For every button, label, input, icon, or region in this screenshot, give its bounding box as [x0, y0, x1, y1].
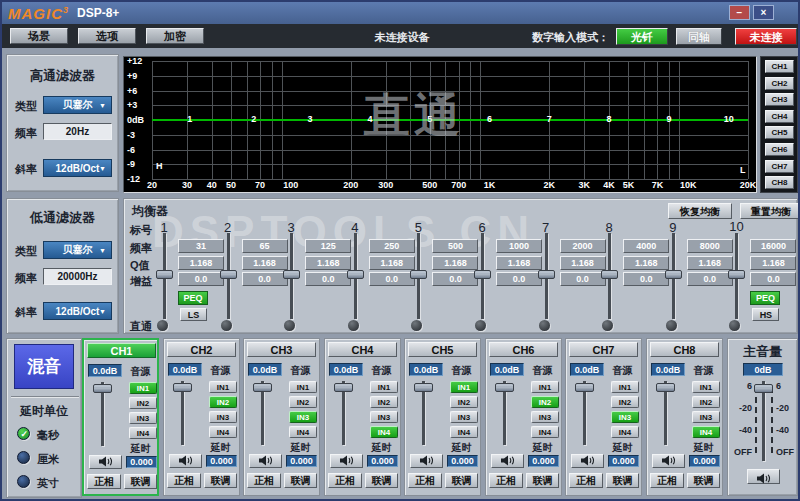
channel-fader-handle[interactable]: [93, 384, 112, 393]
tab-ch8[interactable]: CH8: [765, 176, 794, 189]
link-button[interactable]: 联调: [606, 473, 639, 488]
eq-band-bypass-dot[interactable]: [475, 320, 486, 331]
eq-point[interactable]: 10: [723, 114, 735, 124]
channel-fader-handle[interactable]: [575, 383, 594, 392]
tab-ch3[interactable]: CH3: [765, 93, 794, 106]
eq-band-freq-value[interactable]: 16000: [750, 239, 796, 253]
channel-header-ch6[interactable]: CH6: [489, 342, 558, 357]
eq-band-bypass-dot[interactable]: [221, 320, 232, 331]
input-select-in1[interactable]: IN1: [370, 381, 398, 393]
eq-band-q-value[interactable]: 1.168: [178, 256, 224, 270]
master-fader-handle[interactable]: [754, 384, 773, 393]
channel-mute-button[interactable]: [410, 454, 443, 468]
eq-band-slider-handle[interactable]: [283, 270, 300, 279]
eq-band-freq-value[interactable]: 125: [305, 239, 351, 253]
eq-band-q-value[interactable]: 1.168: [242, 256, 288, 270]
input-select-in2[interactable]: IN2: [370, 396, 398, 408]
eq-band-bypass-dot[interactable]: [602, 320, 613, 331]
eq-band-slider-handle[interactable]: [410, 270, 427, 279]
input-select-in1[interactable]: IN1: [692, 381, 720, 393]
eq-band-gain-value[interactable]: 0.0: [750, 272, 796, 286]
phase-button[interactable]: 正相: [247, 473, 281, 488]
tab-ch1[interactable]: CH1: [765, 60, 794, 73]
eq-point[interactable]: 6: [484, 114, 496, 124]
eq-band-gain-value[interactable]: 0.0: [496, 272, 542, 286]
channel-gain-value[interactable]: 0.0dB: [168, 363, 202, 376]
eq-point[interactable]: 7: [543, 114, 555, 124]
input-select-in2[interactable]: IN2: [450, 396, 478, 408]
eq-band-gain-value[interactable]: 0.0: [432, 272, 478, 286]
input-select-in3[interactable]: IN3: [692, 411, 720, 423]
input-select-in4[interactable]: IN4: [531, 426, 559, 438]
eq-band-q-value[interactable]: 1.168: [687, 256, 733, 270]
channel-header-ch5[interactable]: CH5: [408, 342, 477, 357]
input-select-in4[interactable]: IN4: [289, 426, 317, 438]
channel-gain-value[interactable]: 0.0dB: [88, 364, 122, 377]
eq-band-slider-handle[interactable]: [474, 270, 491, 279]
link-button[interactable]: 联调: [445, 473, 478, 488]
eq-point[interactable]: 9: [663, 114, 675, 124]
input-select-in4[interactable]: IN4: [209, 426, 237, 438]
eq-band-bypass-dot[interactable]: [729, 320, 740, 331]
eq-band-freq-value[interactable]: 4000: [623, 239, 669, 253]
eq-restore-button[interactable]: 恢复均衡: [668, 203, 732, 219]
link-button[interactable]: 联调: [284, 473, 317, 488]
channel-fader-handle[interactable]: [495, 383, 514, 392]
menu-options[interactable]: 选项: [78, 28, 136, 44]
phase-button[interactable]: 正相: [328, 473, 362, 488]
unit-radio-inch[interactable]: [17, 475, 30, 488]
channel-mute-button[interactable]: [169, 454, 202, 468]
input-select-in3[interactable]: IN3: [209, 411, 237, 423]
lpf-type-dropdown[interactable]: 贝塞尔▼: [43, 241, 112, 259]
eq-band-bypass-dot[interactable]: [157, 320, 168, 331]
eq-band1-peq-button[interactable]: PEQ: [178, 291, 208, 305]
eq-band-q-value[interactable]: 1.168: [305, 256, 351, 270]
input-select-in4[interactable]: IN4: [129, 427, 157, 439]
eq-band-q-value[interactable]: 1.168: [496, 256, 542, 270]
tab-ch7[interactable]: CH7: [765, 160, 794, 173]
hpf-freq-input[interactable]: 20Hz: [43, 123, 112, 140]
eq-band-gain-value[interactable]: 0.0: [178, 272, 224, 286]
hpf-type-dropdown[interactable]: 贝塞尔▼: [43, 96, 112, 114]
master-fader-track[interactable]: [762, 381, 765, 461]
eq-band-bypass-dot[interactable]: [411, 320, 422, 331]
delay-value[interactable]: 0.000: [689, 455, 720, 467]
hpf-marker[interactable]: H: [156, 161, 163, 171]
channel-mute-button[interactable]: [652, 454, 685, 468]
input-select-in4[interactable]: IN4: [611, 426, 639, 438]
mix-button[interactable]: 混音: [14, 344, 74, 389]
input-select-in3[interactable]: IN3: [129, 412, 157, 424]
input-select-in4[interactable]: IN4: [450, 426, 478, 438]
channel-header-ch1[interactable]: CH1: [87, 343, 156, 358]
eq-band10-peq-button[interactable]: PEQ: [750, 291, 780, 305]
eq-band-bypass-dot[interactable]: [539, 320, 550, 331]
input-select-in4[interactable]: IN4: [370, 426, 398, 438]
input-select-in2[interactable]: IN2: [129, 397, 157, 409]
phase-button[interactable]: 正相: [489, 473, 523, 488]
channel-gain-value[interactable]: 0.0dB: [651, 363, 685, 376]
eq-band-freq-value[interactable]: 1000: [496, 239, 542, 253]
eq-band-gain-value[interactable]: 0.0: [305, 272, 351, 286]
input-select-in1[interactable]: IN1: [209, 381, 237, 393]
delay-value[interactable]: 0.000: [528, 455, 559, 467]
eq-band-freq-value[interactable]: 31: [178, 239, 224, 253]
optical-mode-button[interactable]: 光钎: [616, 28, 668, 45]
unit-radio-cm[interactable]: [17, 451, 30, 464]
eq-band-gain-value[interactable]: 0.0: [687, 272, 733, 286]
eq-band-slider-handle[interactable]: [347, 270, 364, 279]
eq-band-q-value[interactable]: 1.168: [560, 256, 606, 270]
hpf-slope-dropdown[interactable]: 12dB/Oct▼: [43, 159, 112, 177]
phase-button[interactable]: 正相: [650, 473, 684, 488]
close-button[interactable]: ×: [753, 5, 774, 20]
master-mute-button[interactable]: [747, 469, 780, 484]
eq-band-gain-value[interactable]: 0.0: [560, 272, 606, 286]
channel-header-ch7[interactable]: CH7: [569, 342, 638, 357]
input-select-in3[interactable]: IN3: [450, 411, 478, 423]
eq-band-slider-handle[interactable]: [220, 270, 237, 279]
channel-fader-handle[interactable]: [173, 383, 192, 392]
input-select-in2[interactable]: IN2: [611, 396, 639, 408]
eq-band-gain-value[interactable]: 0.0: [242, 272, 288, 286]
input-select-in2[interactable]: IN2: [209, 396, 237, 408]
eq-band-freq-value[interactable]: 65: [242, 239, 288, 253]
input-select-in4[interactable]: IN4: [692, 426, 720, 438]
